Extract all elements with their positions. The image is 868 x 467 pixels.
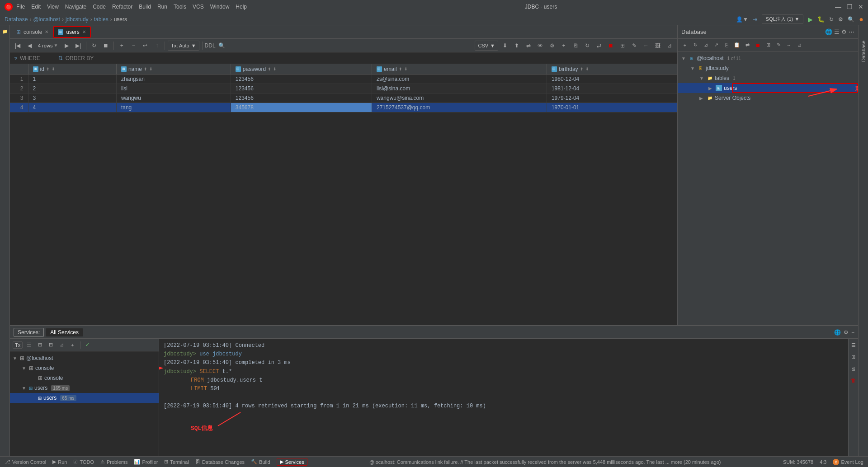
col-header-password[interactable]: ⊞ password ⬆ ⬇ <box>231 64 372 75</box>
col-password-sort-desc[interactable]: ⬇ <box>273 67 277 71</box>
status-run[interactable]: ▶ Run <box>52 459 67 465</box>
col-header-email[interactable]: ⊞ email ⬆ ⬇ <box>372 64 547 75</box>
breadcrumb-localhost[interactable]: @localhost <box>33 16 60 23</box>
filter-button[interactable]: ⊿ <box>665 41 675 51</box>
cell-password-0[interactable]: 123456 <box>231 75 372 84</box>
rp-filter-btn[interactable]: ⊿ <box>701 41 710 50</box>
compare-button[interactable]: ⇌ <box>524 41 533 51</box>
cell-birthday-2[interactable]: 1979-12-04 <box>547 93 677 103</box>
close-button[interactable]: ✕ <box>858 3 863 10</box>
panel-more-icon[interactable]: ⋯ <box>849 28 854 35</box>
eye-button[interactable]: 👁 <box>535 41 545 51</box>
account-icon[interactable]: 👤▼ <box>736 16 748 23</box>
breadcrumb-jdbcstudy[interactable]: jdbcstudy <box>66 16 89 23</box>
submit-button[interactable]: ↑ <box>152 41 162 51</box>
cell-name-1[interactable]: lisi <box>116 84 231 93</box>
rp-arrow-btn[interactable]: → <box>784 41 793 50</box>
console-tab-close[interactable]: ✕ <box>45 29 48 34</box>
rp-filter2-btn[interactable]: ⊿ <box>795 41 804 50</box>
col-name-sort-desc[interactable]: ⬇ <box>149 67 153 71</box>
rp-edit-btn[interactable]: ✎ <box>774 41 783 50</box>
left-button[interactable]: ← <box>641 41 651 51</box>
orderby-filter[interactable]: ⇅ ORDER BY <box>58 55 94 61</box>
rp-open-btn[interactable]: ↗ <box>712 41 721 50</box>
menu-edit[interactable]: Edit <box>31 4 41 10</box>
menu-navigate[interactable]: Navigate <box>65 4 86 10</box>
menu-code[interactable]: Code <box>93 4 106 10</box>
menu-help[interactable]: Help <box>236 4 247 10</box>
col-header-birthday[interactable]: ⊞ birthday ⬆ ⬇ <box>547 64 677 75</box>
svc-users-leaf[interactable]: ▶ ⊞ users 65 ms <box>10 393 159 403</box>
svc-users-parent[interactable]: ▼ ⊞ users 165 ms <box>10 383 159 393</box>
add-row-button[interactable]: + <box>117 41 127 51</box>
col-birthday-sort[interactable]: ⬆ <box>580 67 584 71</box>
download-button[interactable]: ⬇ <box>500 41 510 51</box>
breadcrumb-database[interactable]: Database <box>5 16 28 23</box>
tree-users[interactable]: ▶ ⊞ users <box>678 83 858 93</box>
table-row[interactable]: 1 1 zhangsan 123456 zs@sina.com 1980-12-… <box>10 75 677 84</box>
cell-email-0[interactable]: zs@sina.com <box>372 75 547 84</box>
bt-check-btn[interactable]: ✓ <box>83 341 92 350</box>
menu-file[interactable]: File <box>16 4 25 10</box>
settings-table-button[interactable]: ⚙ <box>547 41 557 51</box>
search-filter-button[interactable]: 🔍 <box>217 41 227 51</box>
cell-email-1[interactable]: lisi@sina.com <box>372 84 547 93</box>
tree-server-objects[interactable]: ▶ 📁 Server Objects <box>678 93 858 103</box>
menu-window[interactable]: Window <box>210 4 230 10</box>
menu-view[interactable]: View <box>47 4 59 10</box>
bottom-panel-minimize[interactable]: − <box>851 329 854 336</box>
cell-password-1[interactable]: 123456 <box>231 84 372 93</box>
brs-btn4[interactable]: 🗑 <box>849 376 858 385</box>
data-table-container[interactable]: ⊞ id ⬆ ⬇ ⊞ name <box>10 64 677 325</box>
status-todo[interactable]: ☑ TODO <box>73 459 94 465</box>
refresh-data-button[interactable]: ↻ <box>582 41 592 51</box>
minimize-button[interactable]: — <box>835 3 841 10</box>
rp-new-btn[interactable]: + <box>680 41 689 50</box>
globe-icon[interactable]: 🌐 <box>825 28 832 35</box>
list-icon[interactable]: ☰ <box>834 28 840 35</box>
next-page-button[interactable]: ▶ <box>61 41 71 51</box>
cell-email-3[interactable]: 2715274537@qq.com <box>372 103 547 112</box>
menu-refactor[interactable]: Refactor <box>112 4 132 10</box>
brs-btn1[interactable]: ☰ <box>849 341 858 350</box>
svc-console-parent[interactable]: ▼ ⊞ console <box>10 363 159 373</box>
cell-id-1[interactable]: 2 <box>28 84 116 93</box>
table-row[interactable]: 3 3 wangwu 123456 wangwu@sina.com 1979-1… <box>10 93 677 103</box>
search-icon[interactable]: 🔍 <box>848 16 854 23</box>
cell-id-2[interactable]: 3 <box>28 93 116 103</box>
bt-filter-btn[interactable]: ⊿ <box>57 341 66 350</box>
add-col-button[interactable]: + <box>559 41 569 51</box>
bt-collapse-btn[interactable]: ☰ <box>24 341 33 350</box>
status-terminal[interactable]: ⊞ Terminal <box>164 459 189 465</box>
menu-tools[interactable]: Tools <box>174 4 186 10</box>
database-vert-tab[interactable]: Database <box>860 39 867 64</box>
services-tab-label[interactable]: Services: <box>14 328 44 337</box>
status-problems[interactable]: ⚠ Problems <box>100 459 127 465</box>
bt-group-btn[interactable]: ⊟ <box>46 341 55 350</box>
bottom-panel-globe[interactable]: 🌐 <box>834 329 841 336</box>
status-build[interactable]: 🔨 Build <box>251 459 270 465</box>
menu-build[interactable]: Build <box>139 4 151 10</box>
remove-row-button[interactable]: − <box>128 41 138 51</box>
cell-name-3[interactable]: tang <box>116 103 231 112</box>
rp-schema-btn[interactable]: 📋 <box>732 41 741 50</box>
col-password-sort[interactable]: ⬆ <box>268 67 271 71</box>
status-db-changes[interactable]: 🗄 Database Changes <box>195 459 245 465</box>
status-services[interactable]: ▶ Services <box>277 458 307 466</box>
col-id-sort[interactable]: ⬆ <box>46 67 50 71</box>
cell-name-0[interactable]: zhangsan <box>116 75 231 84</box>
csv-dropdown[interactable]: CSV ▼ <box>475 41 498 51</box>
bottom-panel-settings[interactable]: ⚙ <box>844 329 849 336</box>
prev-page-button[interactable]: ◀ <box>24 41 34 51</box>
rp-copy-btn[interactable]: ⎘ <box>722 41 731 50</box>
col-birthday-sort-desc[interactable]: ⬇ <box>585 67 589 71</box>
status-profiler[interactable]: 📊 Profiler <box>134 459 158 465</box>
svc-console-leaf[interactable]: ▶ ⊞ console <box>10 373 159 383</box>
tree-tables[interactable]: ▼ 📁 tables 1 <box>678 73 858 83</box>
refresh-icon[interactable]: ↻ <box>829 16 834 23</box>
transpose-button[interactable]: ⇄ <box>594 41 604 51</box>
stop-red-button[interactable]: ⏹ <box>606 41 616 51</box>
maximize-button[interactable]: ❐ <box>847 3 853 10</box>
cell-password-2[interactable]: 123456 <box>231 93 372 103</box>
all-services-tab[interactable]: All Services <box>46 328 83 336</box>
